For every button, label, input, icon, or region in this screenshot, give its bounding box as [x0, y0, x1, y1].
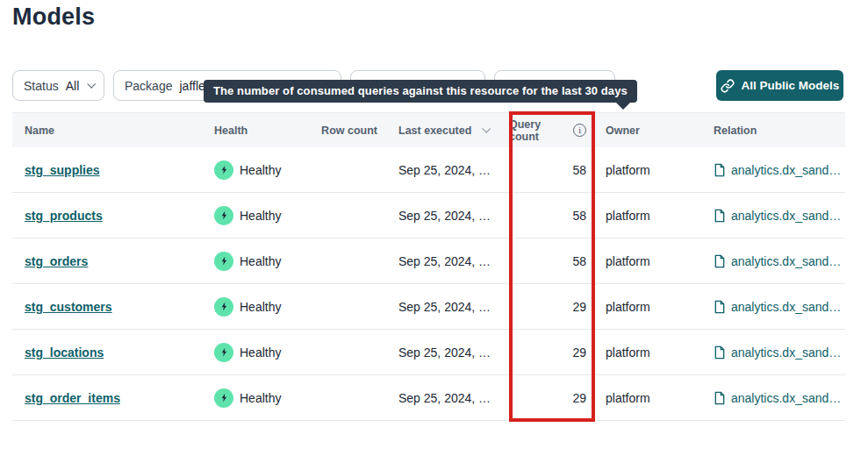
owner-value: platform — [595, 209, 704, 223]
relation-link[interactable]: analytics.dx_sand… — [714, 163, 841, 177]
owner-value: platform — [595, 345, 704, 360]
info-icon[interactable]: i — [573, 124, 586, 137]
health-status: Healthy — [240, 254, 281, 268]
models-table: Name Health Row count Last executed Quer… — [12, 112, 845, 421]
table-row: stg_orders Healthy Sep 25, 2024, … 58 pl… — [12, 239, 845, 284]
model-link[interactable]: stg_products — [25, 209, 103, 223]
model-link[interactable]: stg_order_items — [25, 391, 120, 405]
table-row: stg_customers Healthy Sep 25, 2024, … 29… — [12, 284, 845, 330]
relation-text: analytics.dx_sand… — [731, 345, 841, 360]
relation-link[interactable]: analytics.dx_sand… — [714, 300, 841, 314]
status-filter-value: All — [66, 79, 80, 93]
relation-text: analytics.dx_sand… — [731, 163, 841, 177]
healthy-badge-icon — [214, 388, 233, 408]
table-row: stg_products Healthy Sep 25, 2024, … 58 … — [12, 193, 845, 239]
healthy-badge-icon — [214, 160, 233, 180]
tooltip-caret — [615, 102, 631, 110]
column-header-health[interactable]: Health — [202, 125, 319, 137]
query-count-label: Query count — [509, 118, 564, 143]
all-public-models-button[interactable]: All Public Models — [716, 70, 843, 101]
sort-chevron-down-icon[interactable] — [483, 124, 491, 132]
last-executed-value: Sep 25, 2024, … — [386, 209, 509, 223]
healthy-badge-icon — [214, 297, 233, 317]
owner-value: platform — [595, 163, 704, 177]
query-count-tooltip: The number of consumed queries against t… — [204, 80, 637, 103]
last-executed-value: Sep 25, 2024, … — [386, 254, 509, 268]
health-status: Healthy — [240, 345, 281, 360]
table-row: stg_supplies Healthy Sep 25, 2024, … 58 … — [12, 147, 845, 193]
owner-value: platform — [595, 391, 704, 405]
last-executed-label: Last executed — [398, 125, 471, 137]
status-filter-label: Status — [24, 79, 59, 93]
health-status: Healthy — [240, 391, 281, 405]
health-status: Healthy — [240, 209, 281, 223]
file-icon — [714, 163, 726, 177]
relation-text: analytics.dx_sand… — [731, 300, 841, 314]
healthy-badge-icon — [214, 206, 233, 225]
link-icon — [721, 79, 735, 93]
relation-link[interactable]: analytics.dx_sand… — [714, 209, 841, 223]
relation-text: analytics.dx_sand… — [731, 209, 841, 223]
package-filter-label: Package — [125, 79, 172, 93]
query-count-value: 29 — [509, 300, 595, 314]
table-header-row: Name Health Row count Last executed Quer… — [12, 112, 845, 147]
healthy-badge-icon — [214, 343, 233, 362]
owner-value: platform — [595, 254, 704, 268]
file-icon — [714, 345, 726, 360]
model-link[interactable]: stg_supplies — [25, 163, 100, 177]
last-executed-value: Sep 25, 2024, … — [386, 163, 509, 177]
file-icon — [714, 391, 726, 405]
all-public-models-label: All Public Models — [742, 79, 840, 92]
model-link[interactable]: stg_locations — [25, 345, 104, 360]
health-status: Healthy — [240, 163, 281, 177]
column-header-relation[interactable]: Relation — [704, 125, 845, 137]
column-header-row-count[interactable]: Row count — [319, 125, 386, 137]
query-count-value: 58 — [509, 254, 595, 268]
page-title: Models — [12, 4, 95, 31]
query-count-value: 58 — [509, 209, 595, 223]
table-row: stg_order_items Healthy Sep 25, 2024, … … — [12, 375, 845, 421]
model-link[interactable]: stg_orders — [25, 254, 88, 268]
file-icon — [714, 209, 726, 223]
relation-text: analytics.dx_sand… — [731, 391, 841, 405]
column-header-last-executed[interactable]: Last executed — [386, 125, 509, 137]
relation-link[interactable]: analytics.dx_sand… — [714, 391, 841, 405]
model-link[interactable]: stg_customers — [25, 300, 112, 314]
column-header-name[interactable]: Name — [12, 125, 202, 137]
healthy-badge-icon — [214, 252, 233, 271]
column-header-query-count[interactable]: Query count i — [509, 118, 595, 143]
file-icon — [714, 254, 726, 268]
tooltip-text: The number of consumed queries against t… — [213, 84, 628, 97]
health-status: Healthy — [240, 300, 281, 314]
table-row: stg_locations Healthy Sep 25, 2024, … 29… — [12, 330, 845, 375]
last-executed-value: Sep 25, 2024, … — [386, 300, 509, 314]
relation-text: analytics.dx_sand… — [731, 254, 841, 268]
status-filter-dropdown[interactable]: Status All — [12, 70, 104, 101]
last-executed-value: Sep 25, 2024, … — [386, 391, 509, 405]
relation-link[interactable]: analytics.dx_sand… — [714, 345, 841, 360]
relation-link[interactable]: analytics.dx_sand… — [714, 254, 841, 268]
query-count-value: 58 — [509, 163, 595, 177]
query-count-value: 29 — [509, 345, 595, 360]
last-executed-value: Sep 25, 2024, … — [386, 345, 509, 360]
owner-value: platform — [595, 300, 704, 314]
column-header-owner[interactable]: Owner — [595, 125, 704, 137]
chevron-down-icon — [88, 79, 97, 88]
file-icon — [714, 300, 726, 314]
query-count-value: 29 — [509, 391, 595, 405]
